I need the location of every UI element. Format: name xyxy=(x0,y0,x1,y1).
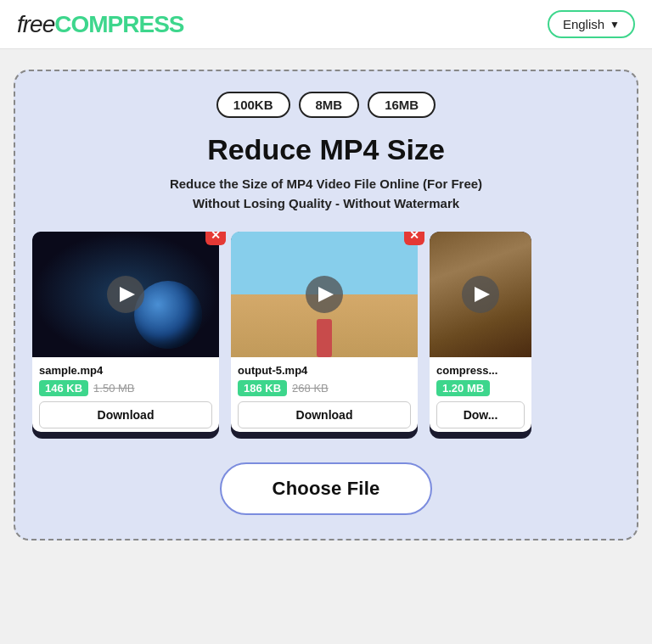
play-button-2[interactable] xyxy=(306,276,343,313)
size-new-2: 186 KB xyxy=(238,380,287,396)
card-info-1: sample.mp4 146 KB 1.50 MB Download xyxy=(32,357,219,432)
close-button-1[interactable]: ✕ xyxy=(205,232,226,245)
dashed-container: 100KB 8MB 16MB Reduce MP4 Size Reduce th… xyxy=(14,70,638,540)
video-card-1: ✕ sample.mp4 146 KB 1.50 MB Download xyxy=(32,232,219,439)
filename-1: sample.mp4 xyxy=(39,364,212,377)
logo-free: free xyxy=(17,11,54,37)
language-selector[interactable]: English ▼ xyxy=(548,10,635,38)
pill-100kb[interactable]: 100KB xyxy=(216,92,290,118)
card-sizes-3: 1.20 MB xyxy=(436,380,525,396)
video-thumbnail-2 xyxy=(231,232,418,357)
pill-16mb[interactable]: 16MB xyxy=(368,92,436,118)
video-card-2: ✕ output-5.mp4 186 KB 268 KB Download xyxy=(231,232,418,439)
video-card-3: compress... 1.20 MB Dow... xyxy=(430,232,531,439)
filename-3: compress... xyxy=(436,364,525,377)
size-pills-row: 100KB 8MB 16MB xyxy=(216,92,436,118)
logo-compress: COMPRESS xyxy=(54,11,183,37)
header: freeCOMPRESS English ▼ xyxy=(0,0,652,49)
download-button-1[interactable]: Download xyxy=(39,401,212,428)
size-new-1: 146 KB xyxy=(39,380,88,396)
card-sizes-2: 186 KB 268 KB xyxy=(238,380,411,396)
card-info-2: output-5.mp4 186 KB 268 KB Download xyxy=(231,357,418,432)
page-subtitle: Reduce the Size of MP4 Video File Online… xyxy=(170,175,482,213)
page-title: Reduce MP4 Size xyxy=(207,133,445,166)
filename-2: output-5.mp4 xyxy=(238,364,411,377)
video-thumbnail-1 xyxy=(32,232,219,357)
beach-figure xyxy=(317,319,332,357)
size-old-2: 268 KB xyxy=(292,382,329,395)
card-sizes-1: 146 KB 1.50 MB xyxy=(39,380,212,396)
main-content: 100KB 8MB 16MB Reduce MP4 Size Reduce th… xyxy=(0,49,652,561)
chevron-down-icon: ▼ xyxy=(610,19,620,31)
video-cards-row: ✕ sample.mp4 146 KB 1.50 MB Download xyxy=(32,232,620,439)
play-icon-1 xyxy=(120,287,135,302)
play-button-3[interactable] xyxy=(462,276,499,313)
earth-image xyxy=(134,281,202,349)
choose-file-button[interactable]: Choose File xyxy=(220,462,433,515)
close-button-2[interactable]: ✕ xyxy=(404,232,424,245)
size-new-3: 1.20 MB xyxy=(436,380,490,396)
size-old-1: 1.50 MB xyxy=(93,382,134,395)
play-button-1[interactable] xyxy=(107,276,144,313)
play-icon-2 xyxy=(318,287,334,302)
download-button-3[interactable]: Dow... xyxy=(436,401,525,428)
video-thumbnail-3 xyxy=(430,232,531,357)
language-label: English xyxy=(563,17,604,31)
card-info-3: compress... 1.20 MB Dow... xyxy=(430,357,531,432)
download-button-2[interactable]: Download xyxy=(238,401,411,428)
logo: freeCOMPRESS xyxy=(17,11,184,38)
pill-8mb[interactable]: 8MB xyxy=(299,92,360,118)
play-icon-3 xyxy=(475,287,490,302)
